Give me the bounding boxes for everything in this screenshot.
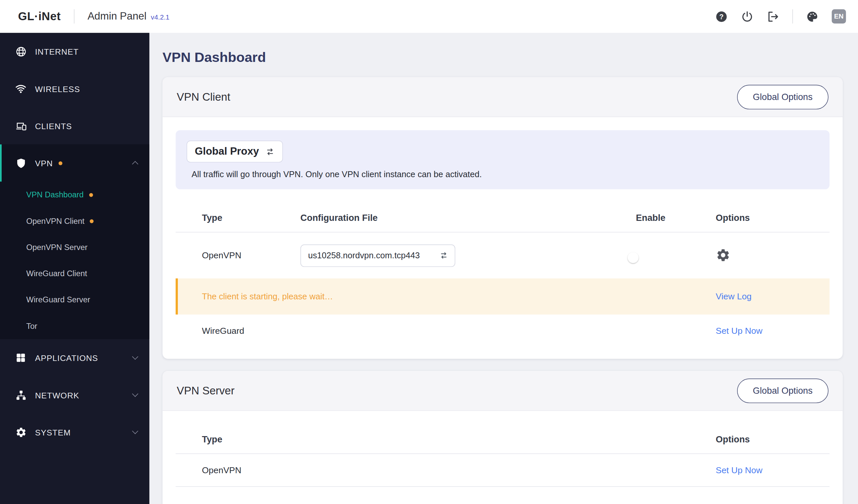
col-options: Options [716,213,830,223]
col-config-file: Configuration File [300,213,636,223]
sidebar-label: VPN [35,158,53,167]
logout-icon[interactable] [766,10,779,23]
grid-icon [15,352,27,363]
openvpn-options-gear-icon[interactable] [716,248,731,263]
vpn-server-card-header: VPN Server Global Options [163,371,843,411]
divider [176,486,829,487]
subnav-label: WireGuard Client [26,269,87,278]
proxy-mode-selector[interactable]: Global Proxy [187,141,283,163]
vpn-client-card: VPN Client Global Options Global Proxy A… [163,77,843,359]
subnav-label: OpenVPN Client [26,216,84,225]
sidebar-item-wireguard-client[interactable]: WireGuard Client [0,260,149,287]
sidebar-label: SYSTEM [35,427,71,437]
sidebar-item-tor[interactable]: Tor [0,313,149,339]
app-root: GL·iNet Admin Panel v4.2.1 ? EN [0,0,858,504]
proxy-mode-description: All traffic will go through VPN. Only on… [191,169,819,179]
config-file-value: us10258.nordvpn.com.tcp443 [308,251,420,261]
main-content: VPN Dashboard VPN Client Global Options … [149,33,858,504]
openvpn-server-setup-link[interactable]: Set Up Now [716,465,830,475]
vpn-server-card: VPN Server Global Options Type Options O… [163,371,843,504]
sidebar-label: APPLICATIONS [35,353,98,362]
sidebar-label: CLIENTS [35,121,72,130]
sidebar: INTERNET WIRELESS CLIENTS VPN [0,33,149,504]
sidebar-item-vpn-dashboard[interactable]: VPN Dashboard [0,181,149,208]
sidebar-item-wireless[interactable]: WIRELESS [0,70,149,107]
proxy-mode-label: Global Proxy [195,145,259,157]
col-type: Type [202,435,716,445]
vpn-client-title: VPN Client [177,91,231,103]
header-divider [74,9,75,23]
col-type: Type [202,213,300,223]
top-bar: GL·iNet Admin Panel v4.2.1 ? EN [0,0,858,33]
notification-dot [90,219,94,223]
table-header-row: Type Configuration File Enable Options [176,190,829,232]
page-title: VPN Dashboard [163,49,843,65]
view-log-link[interactable]: View Log [716,291,830,301]
gear-icon [15,426,27,438]
notification-dot [89,193,93,197]
subnav-label: WireGuard Server [26,295,90,304]
table-row-wireguard: WireGuard Set Up Now [176,314,829,347]
sidebar-item-clients[interactable]: CLIENTS [0,107,149,144]
language-selector[interactable]: EN [832,9,846,23]
sidebar-item-system[interactable]: SYSTEM [0,413,149,451]
sidebar-vpn-group: VPN VPN Dashboard OpenVPN Client OpenVPN… [0,144,149,339]
shield-icon [15,157,27,169]
alert-message: The client is starting, please wait… [202,291,716,301]
app-title-wrap: Admin Panel v4.2.1 [88,10,169,22]
table-row-openvpn: OpenVPN us10258.nordvpn.com.tcp443 [176,232,829,278]
vpn-server-table: Type Options OpenVPN Set Up Now [176,411,829,487]
palette-icon[interactable] [806,10,819,23]
vpn-server-title: VPN Server [177,384,235,397]
subnav-label: Tor [26,322,37,330]
svg-text:?: ? [719,13,724,20]
power-icon[interactable] [741,10,754,23]
swap-icon [439,251,448,260]
openvpn-type-label: OpenVPN [202,251,300,261]
chevron-up-icon [132,161,139,167]
vpn-client-table: Type Configuration File Enable Options O… [176,190,829,359]
openvpn-server-type-label: OpenVPN [202,465,716,475]
app-version: v4.2.1 [151,14,169,21]
vpn-client-card-header: VPN Client Global Options [163,77,843,117]
vpn-notification-dot [58,161,62,165]
col-options: Options [716,435,830,445]
config-file-selector[interactable]: us10258.nordvpn.com.tcp443 [300,244,455,267]
table-row-openvpn-server: OpenVPN Set Up Now [176,454,829,486]
network-icon [15,389,27,401]
vpn-server-global-options-button[interactable]: Global Options [737,378,828,403]
devices-icon [15,120,27,132]
sidebar-item-internet[interactable]: INTERNET [0,33,149,70]
sidebar-label: INTERNET [35,47,79,56]
glinet-logo: GL·iNet [18,10,61,23]
sidebar-item-vpn[interactable]: VPN [0,144,149,181]
header-actions: ? EN [715,9,846,23]
vpn-client-global-options-button[interactable]: Global Options [737,84,828,109]
sidebar-item-openvpn-server[interactable]: OpenVPN Server [0,234,149,260]
app-title: Admin Panel [88,10,146,22]
chevron-down-icon [132,428,139,434]
swap-icon [265,147,275,156]
sidebar-label: WIRELESS [35,84,80,93]
wireguard-setup-link[interactable]: Set Up Now [716,326,830,336]
table-header-row: Type Options [176,411,829,453]
chevron-down-icon [132,354,139,360]
toggle-knob [627,252,638,263]
globe-icon [15,46,27,57]
sidebar-item-applications[interactable]: APPLICATIONS [0,339,149,376]
subnav-label: VPN Dashboard [26,191,83,199]
sidebar-label: NETWORK [35,390,80,400]
client-starting-alert: The client is starting, please wait… Vie… [176,278,829,314]
sidebar-item-openvpn-client[interactable]: OpenVPN Client [0,208,149,234]
col-enable: Enable [636,213,716,223]
sidebar-item-network[interactable]: NETWORK [0,376,149,413]
proxy-mode-panel: Global Proxy All traffic will go through… [176,130,829,189]
sidebar-item-wireguard-server[interactable]: WireGuard Server [0,287,149,313]
header-divider-2 [792,9,793,23]
help-icon[interactable]: ? [715,10,728,23]
chevron-down-icon [132,391,139,397]
wireguard-type-label: WireGuard [202,326,300,336]
wifi-icon [15,82,27,94]
subnav-label: OpenVPN Server [26,243,88,251]
